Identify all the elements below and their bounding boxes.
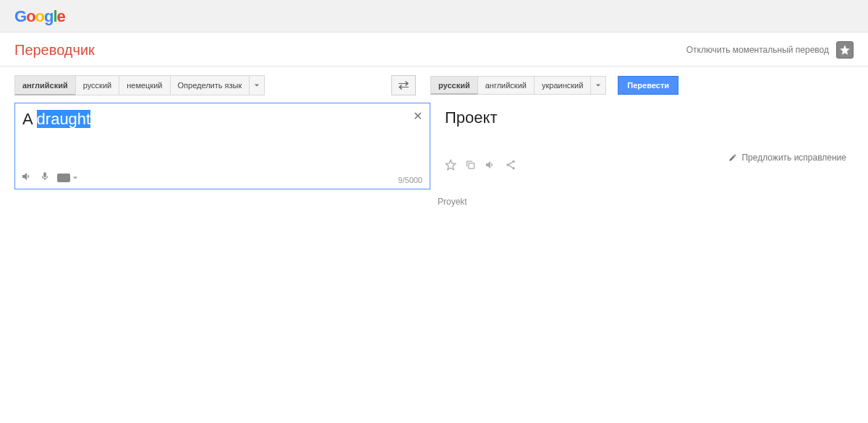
swap-languages-button[interactable] <box>391 75 416 95</box>
source-text-box[interactable]: A draught ✕ 9/5000 <box>14 103 430 189</box>
src-lang-german[interactable]: немецкий <box>119 75 170 95</box>
target-text: Проект <box>445 108 846 127</box>
char-count: 9/5000 <box>398 176 422 184</box>
tgt-lang-dropdown[interactable] <box>590 76 606 95</box>
src-lang-detect[interactable]: Определить язык <box>170 75 250 95</box>
app-title: Переводчик <box>14 42 95 59</box>
keyboard-input-icon[interactable] <box>57 174 78 182</box>
tgt-lang-ukrainian[interactable]: украинский <box>534 76 591 95</box>
clear-source-button[interactable]: ✕ <box>413 109 422 123</box>
phrasebook-icon[interactable] <box>836 41 854 59</box>
disable-instant-link[interactable]: Отключить моментальный перевод <box>686 45 829 55</box>
voice-input-icon[interactable] <box>40 171 50 184</box>
google-logo[interactable]: Google <box>14 7 854 26</box>
tgt-lang-english[interactable]: английский <box>477 76 535 95</box>
src-lang-russian[interactable]: русский <box>75 75 119 95</box>
translate-button[interactable]: Перевести <box>618 76 678 95</box>
tgt-lang-russian[interactable]: русский <box>430 76 478 95</box>
transliteration: Proyekt <box>438 189 854 207</box>
target-text-box: Проект <box>438 103 854 189</box>
src-lang-dropdown[interactable] <box>249 75 265 95</box>
svg-rect-0 <box>469 163 475 169</box>
copy-translation-icon[interactable] <box>465 159 476 173</box>
source-highlight: draught <box>37 110 91 128</box>
src-lang-english[interactable]: английский <box>14 75 76 95</box>
source-text[interactable]: A draught <box>22 109 422 130</box>
save-translation-icon[interactable] <box>445 159 456 173</box>
listen-target-icon[interactable] <box>485 159 496 173</box>
target-lang-tabs: русский английский украинский <box>430 76 606 95</box>
share-translation-icon[interactable] <box>505 159 516 173</box>
listen-source-icon[interactable] <box>21 171 33 184</box>
suggest-edit-link[interactable]: Предложить исправление <box>728 153 846 163</box>
source-lang-tabs: английский русский немецкий Определить я… <box>14 75 265 95</box>
